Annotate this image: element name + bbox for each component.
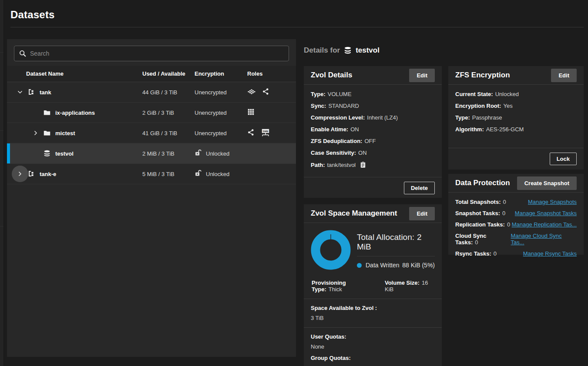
edit-encryption-button[interactable]: Edit — [551, 69, 577, 82]
detail-label: ZFS Deduplication: — [311, 138, 362, 144]
column-header-encryption: Encryption — [195, 70, 247, 77]
dp-value: 0 — [475, 239, 478, 246]
dataset-root-icon — [27, 88, 36, 96]
search-icon — [19, 50, 27, 57]
dp-value: 0 — [507, 221, 510, 228]
dp-label: Total Snapshots: — [455, 199, 501, 205]
table-row-tank-e[interactable]: tank-e 5 MiB / 3 TiB Unlocked — [7, 164, 296, 184]
total-allocation-label: Total Allocation: — [357, 233, 414, 242]
dataset-name: testvol — [55, 150, 74, 157]
rail-divider — [0, 226, 3, 226]
detail-label: Type: — [311, 91, 326, 97]
zvol-database-icon — [43, 149, 51, 158]
manage-replication-tasks-link[interactable]: Manage Replication Tas... — [512, 221, 577, 228]
detail-label: Encryption Root: — [455, 103, 501, 109]
zfs-encryption-card: ZFS Encryption Edit Current State:Unlock… — [448, 66, 584, 170]
svg-text:SMB: SMB — [263, 130, 269, 132]
detail-label: Case Sensitivity: — [311, 150, 356, 156]
column-header-dataset-name: Dataset Name — [7, 70, 142, 77]
dp-label: Cloud Sync Tasks: — [455, 233, 487, 246]
provisioning-type-value: Thick — [329, 286, 342, 293]
dp-value: 0 — [502, 210, 505, 216]
dataset-encryption: Unencrypted — [195, 89, 247, 96]
dp-label: Replication Tasks: — [455, 221, 505, 228]
dataset-used: 2 MiB / 3 TiB — [142, 150, 195, 157]
chevron-placeholder — [30, 107, 41, 118]
detail-label: Enable Atime: — [311, 126, 348, 133]
details-for-label: Details for — [304, 46, 340, 55]
card-title: ZFS Encryption — [455, 71, 510, 80]
table-row-mictest[interactable]: mictest 41 GiB / 3 TiB Unencrypted SMB — [7, 123, 296, 143]
group-quotas-label: Group Quotas: — [311, 355, 435, 361]
column-header-used-available: Used / Available — [142, 70, 195, 77]
table-row-testvol[interactable]: testvol 2 MiB / 3 TiB Unlocked — [7, 143, 296, 164]
user-quotas-value: None — [311, 343, 435, 350]
search-input[interactable] — [14, 46, 289, 61]
legend-divider — [357, 256, 435, 256]
space-usage-donut-chart — [311, 230, 351, 270]
detail-label: Algorithm: — [455, 126, 484, 133]
zvol-space-management-card: Zvol Space Management Edit Total Allocat… — [304, 204, 442, 366]
collapsed-sidebar-rail — [0, 0, 4, 366]
apps-pool-icon — [247, 87, 256, 97]
data-protection-card: Data Protection Create Snapshot Total Sn… — [448, 174, 584, 255]
lock-dataset-button[interactable]: Lock — [550, 153, 577, 165]
dataset-encryption: Unencrypted — [195, 110, 247, 116]
chevron-down-icon[interactable] — [15, 87, 25, 97]
details-target-name: testvol — [356, 46, 380, 55]
detail-value: ON — [350, 126, 359, 133]
dataset-name: ix-applications — [55, 110, 95, 116]
detail-value: Passphrase — [472, 114, 502, 121]
manage-snapshots-link[interactable]: Manage Snapshots — [528, 199, 577, 205]
table-row-tank[interactable]: tank 44 GiB / 3 TiB Unencrypted — [7, 82, 296, 103]
manage-cloud-sync-tasks-link[interactable]: Manage Cloud Sync Tas... — [511, 233, 577, 246]
dataset-used: 2 GiB / 3 TiB — [142, 110, 195, 116]
detail-value: STANDARD — [328, 103, 359, 109]
manage-rsync-tasks-link[interactable]: Manage Rsync Tasks — [523, 250, 577, 257]
dataset-encryption: Unlocked — [206, 171, 229, 177]
dataset-name: tank — [40, 89, 51, 96]
page-title: Datasets — [10, 9, 55, 21]
dataset-encryption: Unencrypted — [195, 130, 247, 136]
detail-label: Compression Level: — [311, 114, 365, 121]
zvol-details-card: Zvol Details Edit Type:VOLUME Sync:STAND… — [304, 66, 442, 198]
table-header: Dataset Name Used / Available Encryption… — [7, 66, 296, 82]
column-header-roles: Roles — [247, 70, 296, 77]
detail-value: OFF — [364, 138, 376, 144]
table-row-ix-applications[interactable]: ix-applications 2 GiB / 3 TiB Unencrypte… — [7, 103, 296, 123]
chevron-right-icon[interactable] — [15, 169, 25, 179]
card-title: Zvol Space Management — [311, 209, 397, 218]
data-written-legend-dot — [357, 263, 362, 268]
folder-icon — [43, 108, 51, 117]
manage-snapshot-tasks-link[interactable]: Manage Snapshot Tasks — [515, 210, 577, 216]
detail-value: ON — [358, 150, 367, 156]
share-icon — [262, 88, 269, 96]
edit-space-button[interactable]: Edit — [409, 207, 435, 220]
chevron-placeholder — [30, 148, 41, 159]
detail-value: Inherit (LZ4) — [367, 114, 398, 121]
zvol-database-icon — [343, 46, 352, 55]
detail-value: VOLUME — [328, 91, 352, 97]
copy-path-icon[interactable] — [360, 161, 366, 168]
details-header: Details for testvol — [304, 46, 380, 55]
rail-divider — [0, 130, 3, 131]
card-title: Zvol Details — [311, 71, 352, 80]
apps-grid-icon — [247, 108, 255, 117]
title-divider — [10, 27, 584, 27]
detail-label: Sync: — [311, 103, 326, 109]
create-snapshot-button[interactable]: Create Snapshot — [517, 176, 577, 190]
detail-value: Yes — [503, 103, 512, 109]
lock-open-icon — [195, 149, 202, 158]
chevron-right-icon[interactable] — [30, 128, 41, 138]
detail-label: Type: — [455, 114, 470, 121]
space-available-value: 3 TiB — [311, 315, 435, 321]
edit-zvol-details-button[interactable]: Edit — [409, 69, 435, 82]
share-icon — [247, 129, 255, 137]
dataset-used: 41 GiB / 3 TiB — [142, 130, 195, 136]
card-title: Data Protection — [455, 179, 510, 187]
delete-zvol-button[interactable]: Delete — [404, 182, 435, 194]
dataset-used: 5 MiB / 3 TiB — [142, 171, 195, 177]
dataset-name: tank-e — [40, 171, 56, 177]
dp-value: 0 — [503, 199, 506, 205]
dp-value: 0 — [494, 250, 497, 257]
